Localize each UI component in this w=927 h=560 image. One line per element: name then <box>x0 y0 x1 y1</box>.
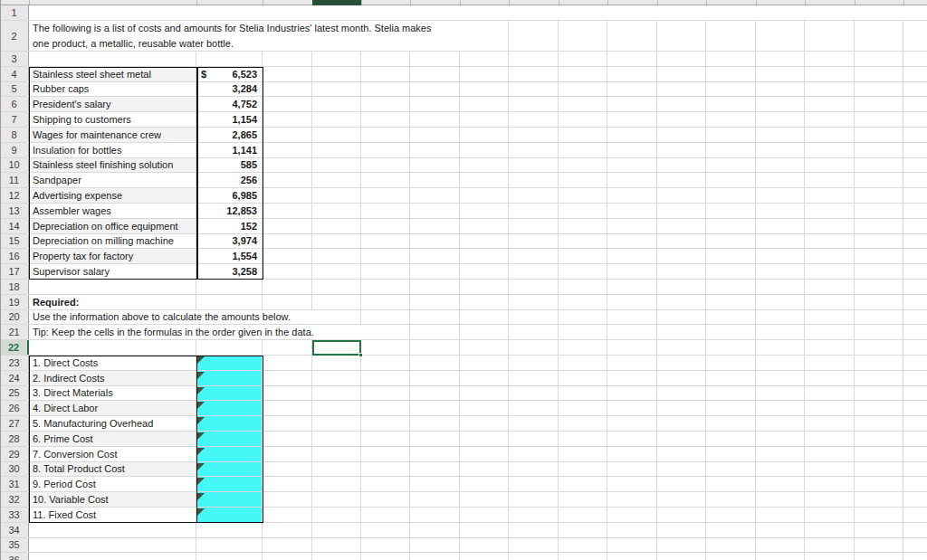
cell-A16[interactable]: Property tax for factory <box>29 249 196 263</box>
cell-J13[interactable] <box>607 204 657 218</box>
cell-N26[interactable] <box>805 401 855 415</box>
cell-I16[interactable] <box>559 249 607 263</box>
cell-N23[interactable] <box>805 356 855 370</box>
cell-K19[interactable] <box>657 295 706 309</box>
cell-H24[interactable] <box>509 371 559 385</box>
cell-E18[interactable] <box>361 280 410 294</box>
cell-K12[interactable] <box>657 188 706 203</box>
cell-K16[interactable] <box>657 249 706 263</box>
cell-F14[interactable] <box>410 219 460 233</box>
cell-M21[interactable] <box>756 325 805 339</box>
cell-P28[interactable] <box>903 432 927 446</box>
cell-D6[interactable] <box>312 97 361 111</box>
cell-M7[interactable] <box>756 112 805 127</box>
cell-K29[interactable] <box>657 447 706 461</box>
cell-K17[interactable] <box>657 264 706 279</box>
cell-G34[interactable] <box>460 523 509 537</box>
cell-F36[interactable] <box>410 553 460 560</box>
cell-M8[interactable] <box>756 128 805 142</box>
cell-J9[interactable] <box>607 143 657 157</box>
cell-K28[interactable] <box>657 432 706 446</box>
cell-N17[interactable] <box>805 264 855 279</box>
cell-K6[interactable] <box>657 97 706 111</box>
cell-O19[interactable] <box>855 295 903 309</box>
cell-E33[interactable] <box>361 508 410 522</box>
cell-H33[interactable] <box>509 508 559 522</box>
cell-C7[interactable] <box>263 112 312 127</box>
fill-handle[interactable] <box>358 353 363 357</box>
cell-J3[interactable] <box>607 52 657 66</box>
cell-P9[interactable] <box>903 143 927 157</box>
cell-H28[interactable] <box>509 432 559 446</box>
cell-L14[interactable] <box>706 219 756 233</box>
cell-D8[interactable] <box>312 128 361 142</box>
cell-N32[interactable] <box>805 492 855 507</box>
cell-O31[interactable] <box>855 477 903 491</box>
cell-A3[interactable] <box>29 52 196 66</box>
cell-E23[interactable] <box>361 356 410 370</box>
cell-E7[interactable] <box>361 112 410 127</box>
cell-B11[interactable]: 256 <box>196 173 263 187</box>
cell-P35[interactable] <box>903 538 927 553</box>
cell-G25[interactable] <box>460 386 509 401</box>
cell-E36[interactable] <box>361 553 410 560</box>
cell-D29[interactable] <box>312 447 361 461</box>
cell-C32[interactable] <box>263 492 312 507</box>
row-header-25[interactable]: 25 <box>0 386 29 401</box>
cell-I4[interactable] <box>559 67 607 81</box>
cell-N30[interactable] <box>805 462 855 477</box>
cell-F18[interactable] <box>410 280 460 294</box>
cell-L30[interactable] <box>706 462 756 477</box>
cell-M19[interactable] <box>756 295 805 309</box>
cell-O10[interactable] <box>855 158 903 173</box>
cell-L20[interactable] <box>706 310 756 325</box>
cell-K15[interactable] <box>657 234 706 249</box>
cell-C36[interactable] <box>263 553 312 560</box>
cell-I23[interactable] <box>559 356 607 370</box>
cell-N19[interactable] <box>805 295 855 309</box>
cell-L24[interactable] <box>706 371 756 385</box>
cell-J23[interactable] <box>607 356 657 370</box>
cell-E22[interactable] <box>361 340 410 355</box>
cell-N33[interactable] <box>805 508 855 522</box>
row-header-20[interactable]: 20 <box>0 310 29 325</box>
cell-L2[interactable] <box>706 21 756 51</box>
cell-A8[interactable]: Wages for maintenance crew <box>29 128 196 142</box>
cell-J4[interactable] <box>607 67 657 81</box>
cell-F21[interactable] <box>410 325 460 339</box>
cell-A22[interactable] <box>29 340 196 355</box>
cell-L23[interactable] <box>706 356 756 370</box>
cell-H14[interactable] <box>509 219 559 233</box>
cell-O17[interactable] <box>855 264 903 279</box>
cell-L32[interactable] <box>706 492 756 507</box>
cell-N3[interactable] <box>805 52 855 66</box>
cell-H4[interactable] <box>509 67 559 81</box>
cell-D31[interactable] <box>312 477 361 491</box>
cell-J36[interactable] <box>607 553 657 560</box>
cell-G30[interactable] <box>460 462 509 477</box>
cell-K14[interactable] <box>657 219 706 233</box>
cell-P36[interactable] <box>903 553 927 560</box>
row-header-22[interactable]: 22 <box>0 340 29 355</box>
cell-B19[interactable] <box>196 295 263 309</box>
cell-E26[interactable] <box>361 401 410 415</box>
row-header-10[interactable]: 10 <box>0 158 29 173</box>
cell-E10[interactable] <box>361 158 410 173</box>
cell-E31[interactable] <box>361 477 410 491</box>
cell-N22[interactable] <box>805 340 855 355</box>
cell-C33[interactable] <box>263 508 312 522</box>
cell-G20[interactable] <box>460 310 509 325</box>
cell-F19[interactable] <box>410 295 460 309</box>
cell-F16[interactable] <box>410 249 460 263</box>
row-header-17[interactable]: 17 <box>0 264 29 279</box>
cell-A7[interactable]: Shipping to customers <box>29 112 196 127</box>
cell-L28[interactable] <box>706 432 756 446</box>
cell-H9[interactable] <box>509 143 559 157</box>
cell-A4[interactable]: Stainless steel sheet metal <box>29 67 196 81</box>
cell-I5[interactable] <box>559 82 607 97</box>
cell-I12[interactable] <box>559 188 607 203</box>
cell-J2[interactable] <box>607 21 657 51</box>
cell-O12[interactable] <box>855 188 903 203</box>
cell-I15[interactable] <box>559 234 607 249</box>
row-header-3[interactable]: 3 <box>0 52 29 66</box>
